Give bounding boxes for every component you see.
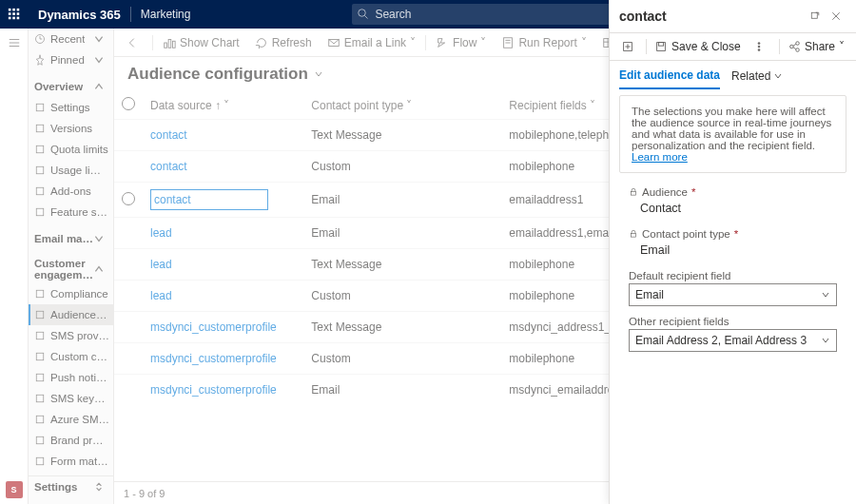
sidebar-item[interactable]: Add-ons xyxy=(29,181,113,202)
svg-rect-29 xyxy=(36,416,44,423)
sidebar-group-customer-engagement[interactable]: Customer engagement xyxy=(29,255,113,283)
svg-rect-5 xyxy=(17,12,20,15)
row-selector[interactable] xyxy=(122,192,135,205)
page-title: Audience configuration xyxy=(127,65,308,84)
sidebar-item[interactable]: Settings xyxy=(29,97,113,118)
app-name: Dynamics 365 xyxy=(29,8,130,22)
svg-rect-4 xyxy=(12,12,15,15)
popout-icon[interactable] xyxy=(805,6,826,27)
sidebar-item[interactable]: SMS keywords xyxy=(29,388,113,409)
svg-point-55 xyxy=(790,45,794,48)
svg-rect-17 xyxy=(36,104,44,111)
sidebar-item[interactable]: Push notifications xyxy=(29,367,113,388)
run-report-button[interactable]: Run Report˅ xyxy=(494,29,593,56)
learn-more-link[interactable]: Learn more xyxy=(632,151,688,163)
sidebar-item[interactable]: Compliance xyxy=(29,283,113,304)
svg-point-52 xyxy=(758,43,760,45)
module-name: Marketing xyxy=(131,8,201,21)
drf-select[interactable]: Email xyxy=(629,283,837,306)
svg-rect-28 xyxy=(36,395,44,402)
data-source-cell[interactable]: lead xyxy=(143,249,303,281)
svg-rect-3 xyxy=(9,12,11,15)
sidebar-item[interactable]: Azure SMS preview xyxy=(29,409,113,430)
more-commands-button[interactable] xyxy=(747,33,775,60)
email-link-button[interactable]: Email a Link˅ xyxy=(320,29,423,56)
sidebar-group-email-marketing[interactable]: Email marketing xyxy=(29,228,113,249)
chevron-down-icon xyxy=(93,54,105,66)
global-search[interactable] xyxy=(352,4,647,25)
data-source-cell[interactable]: contact xyxy=(143,120,303,151)
updown-icon xyxy=(93,481,105,493)
cpt-field-value: Email xyxy=(629,242,837,261)
sidebar-group-overview[interactable]: Overview xyxy=(29,76,113,97)
chevron-down-icon[interactable] xyxy=(314,69,323,79)
data-source-cell[interactable]: contact xyxy=(143,151,303,183)
svg-line-10 xyxy=(365,16,368,19)
col-contact-point-type[interactable]: Contact point type ˅ xyxy=(303,91,501,120)
hamburger-icon[interactable] xyxy=(0,29,28,57)
svg-rect-1 xyxy=(12,9,15,11)
sidebar-item[interactable]: Usage limits xyxy=(29,160,113,181)
svg-rect-33 xyxy=(168,39,171,48)
save-close-button[interactable]: Save & Close xyxy=(649,33,747,60)
sidebar-footer-settings[interactable]: Settings xyxy=(29,475,113,496)
new-record-button[interactable] xyxy=(615,33,644,60)
svg-rect-8 xyxy=(17,17,20,20)
show-chart-button[interactable]: Show Chart xyxy=(155,29,247,56)
sidebar-item[interactable]: Audience configu... xyxy=(29,304,113,325)
data-source-cell[interactable]: lead xyxy=(143,218,303,249)
sidebar-recent[interactable]: Recent xyxy=(29,29,113,49)
tab-edit-audience-data[interactable]: Edit audience data xyxy=(619,68,720,89)
svg-rect-60 xyxy=(632,191,636,195)
chevron-down-icon: ˅ xyxy=(406,99,412,112)
select-all[interactable] xyxy=(122,97,135,110)
chevron-down-icon xyxy=(93,33,105,45)
chevron-up-icon xyxy=(93,81,105,92)
sidebar-item[interactable]: Brand profiles xyxy=(29,430,113,451)
back-button[interactable] xyxy=(118,29,150,56)
chevron-down-icon: ˅ xyxy=(581,36,587,49)
cpt-cell: Custom xyxy=(303,151,501,183)
svg-rect-32 xyxy=(165,43,167,48)
sidebar-item[interactable]: Form matching st xyxy=(29,451,113,472)
svg-rect-24 xyxy=(36,311,44,319)
audience-field-value: Contact xyxy=(629,200,837,219)
col-data-source[interactable]: Data source ↑ ˅ xyxy=(143,91,303,120)
chevron-down-icon: ˅ xyxy=(480,36,486,49)
nav-rail: S xyxy=(0,29,29,504)
refresh-button[interactable]: Refresh xyxy=(247,29,320,56)
cpt-cell: Custom xyxy=(303,281,501,312)
svg-rect-21 xyxy=(36,187,44,195)
panel-command-bar: Save & Close Share˅ xyxy=(610,32,856,61)
svg-rect-19 xyxy=(36,145,44,153)
data-source-cell[interactable]: msdynci_customerprofile xyxy=(143,375,303,406)
data-source-cell[interactable]: contact xyxy=(143,183,303,218)
sidebar-item[interactable]: Feature switches xyxy=(29,202,113,223)
cpt-cell: Custom xyxy=(303,343,501,375)
share-button[interactable]: Share˅ xyxy=(782,33,850,60)
orf-select[interactable]: Email Address 2, Email Address 3 xyxy=(629,329,837,352)
area-switcher[interactable]: S xyxy=(0,475,28,504)
search-input[interactable] xyxy=(369,8,641,21)
lock-icon xyxy=(629,229,638,239)
sidebar-item[interactable]: Versions xyxy=(29,118,113,139)
sidebar-item[interactable]: Custom channels xyxy=(29,346,113,367)
flow-button[interactable]: Flow˅ xyxy=(428,29,494,56)
audience-field-label: Audience* xyxy=(629,186,837,198)
svg-line-58 xyxy=(793,44,796,46)
chevron-down-icon xyxy=(93,233,105,244)
svg-point-54 xyxy=(758,49,760,51)
app-launcher-icon[interactable] xyxy=(0,8,29,21)
data-source-cell[interactable]: msdynci_customerprofile xyxy=(143,343,303,375)
close-icon[interactable] xyxy=(826,6,846,27)
svg-rect-61 xyxy=(632,233,636,237)
data-source-cell[interactable]: lead xyxy=(143,281,303,312)
svg-point-57 xyxy=(796,48,800,52)
sidebar-item[interactable]: Quota limits xyxy=(29,139,113,160)
sidebar-item[interactable]: SMS providers xyxy=(29,325,113,346)
data-source-cell[interactable]: msdynci_customerprofile xyxy=(143,312,303,343)
svg-rect-22 xyxy=(36,208,44,216)
cpt-cell: Email xyxy=(303,218,501,249)
tab-related[interactable]: Related xyxy=(731,68,783,89)
sidebar-pinned[interactable]: Pinned xyxy=(29,49,113,70)
